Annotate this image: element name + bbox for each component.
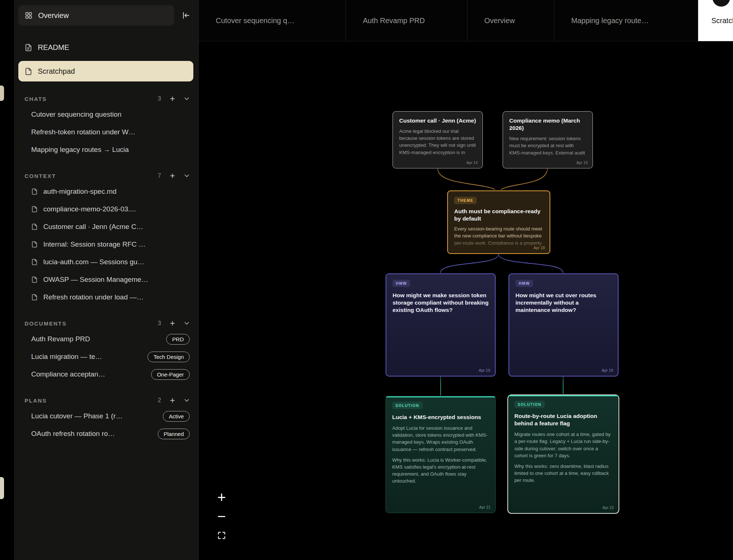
add-document-icon[interactable]: + xyxy=(170,319,175,328)
section-header-chats: CHATS 3 + xyxy=(18,92,193,106)
section-title: CONTEXT xyxy=(25,173,56,179)
tab-mapping-legacy-routes[interactable]: Mapping legacy route… xyxy=(554,0,698,41)
sidebar-item-overview[interactable]: Overview xyxy=(18,5,174,26)
sidebar: Overview README Scratchpad CHATS 3 + Cut xyxy=(14,0,199,560)
zoom-in-button[interactable]: + xyxy=(215,491,228,504)
grid-icon xyxy=(25,11,33,19)
add-context-icon[interactable]: + xyxy=(170,171,175,180)
chevron-down-icon[interactable] xyxy=(183,172,190,179)
context-card-customer-call[interactable]: Customer call · Jenn (Acme) Acme legal b… xyxy=(393,111,483,168)
tab-auth-revamp-prd[interactable]: Auth Revamp PRD xyxy=(346,0,467,41)
context-item[interactable]: compliance-memo-2026-03.... xyxy=(18,200,193,218)
document-icon xyxy=(25,44,32,51)
sidebar-item-scratchpad[interactable]: Scratchpad xyxy=(18,61,193,81)
context-item[interactable]: Refresh rotation under load —… xyxy=(18,288,193,306)
context-item[interactable]: OWASP — Session Manageme… xyxy=(18,271,193,288)
file-icon xyxy=(31,259,38,265)
accent-bar xyxy=(386,396,495,397)
collapse-sidebar-icon[interactable] xyxy=(182,11,190,20)
section-header-documents: DOCUMENTS 3 + xyxy=(18,316,193,330)
tab-cutover-sequencing[interactable]: Cutover sequencing q… xyxy=(199,0,346,41)
solution-card-lucia-kms[interactable]: SOLUTION Lucia + KMS-encrypted sessions … xyxy=(386,396,496,513)
file-icon xyxy=(25,68,32,75)
card-body: Adopt Lucia for session issuance and val… xyxy=(392,425,489,453)
document-type-badge: Tech Design xyxy=(147,352,190,362)
theme-badge: THEME xyxy=(454,197,477,204)
plan-item[interactable]: Lucia cutover — Phase 1 (r…Active xyxy=(18,407,193,425)
overview-label: Overview xyxy=(38,11,69,20)
section-header-plans: PLANS 2 + xyxy=(18,393,193,407)
card-date: Apr 15 xyxy=(576,160,588,165)
plan-status-badge: Planned xyxy=(158,429,190,439)
section-title: CHATS xyxy=(25,96,47,102)
card-body: Migrate routes one cohort at a time, gat… xyxy=(514,431,612,459)
sidebar-item-readme[interactable]: README xyxy=(18,38,193,57)
chat-item[interactable]: Cutover sequencing question xyxy=(18,106,193,123)
zoom-out-button[interactable]: − xyxy=(215,510,228,523)
chat-item[interactable]: Refresh-token rotation under W… xyxy=(18,123,193,141)
document-item[interactable]: Lucia migration — te…Tech Design xyxy=(18,348,193,366)
plan-status-badge: Active xyxy=(163,411,190,422)
tab-scratchpad-active[interactable]: Scratchpad xyxy=(698,0,733,41)
card-title: How might we cut over routes incremental… xyxy=(515,292,612,314)
canvas[interactable]: Customer call · Jenn (Acme) Acme legal b… xyxy=(199,41,733,560)
document-item[interactable]: Compliance acceptan…One-Pager xyxy=(18,366,193,383)
hmw-card-incremental-cutover[interactable]: HMW How might we cut over routes increme… xyxy=(508,273,619,377)
section-count: 2 xyxy=(158,397,161,404)
pinned-tab-handle-top[interactable] xyxy=(0,86,4,101)
hmw-badge: HMW xyxy=(393,280,410,287)
accent-bar xyxy=(508,395,619,396)
card-title: Lucia + KMS-encrypted sessions xyxy=(392,414,489,421)
card-title: Route-by-route Lucia adoption behind a f… xyxy=(514,412,612,427)
hmw-badge: HMW xyxy=(515,280,533,287)
chevron-down-icon[interactable] xyxy=(183,95,190,102)
context-item[interactable]: auth-migration-spec.md xyxy=(18,183,193,200)
readme-label: README xyxy=(38,43,69,52)
card-body: Why this works: Lucia is Worker-compatib… xyxy=(392,457,489,485)
section-count: 3 xyxy=(158,320,161,327)
plan-item[interactable]: OAuth refresh rotation ro…Planned xyxy=(18,425,193,443)
document-type-badge: PRD xyxy=(166,334,190,345)
file-icon xyxy=(31,241,38,248)
context-card-compliance-memo[interactable]: Compliance memo (March 2026) New require… xyxy=(503,111,593,168)
avatar[interactable] xyxy=(712,0,730,7)
fit-view-icon[interactable] xyxy=(215,529,228,542)
add-chat-icon[interactable]: + xyxy=(170,94,175,103)
card-date: Apr 19 xyxy=(479,368,490,372)
hmw-card-session-storage[interactable]: HMW How might we make session token stor… xyxy=(386,273,496,377)
pinned-tab-handle-bottom[interactable] xyxy=(0,477,4,499)
sidebar-header: Overview xyxy=(18,5,193,26)
context-item[interactable]: Internal: Session storage RFC … xyxy=(18,236,193,253)
solution-badge: SOLUTION xyxy=(514,401,545,408)
card-date: Apr 18 xyxy=(533,246,545,250)
card-title: How might we make session token storage … xyxy=(393,292,489,314)
card-title: Customer call · Jenn (Acme) xyxy=(399,117,476,124)
section-count: 3 xyxy=(158,95,161,102)
card-body: Acme legal blocked our trial because ses… xyxy=(399,128,476,156)
card-date: Apr 19 xyxy=(602,368,613,372)
file-icon xyxy=(31,294,38,301)
chevron-down-icon[interactable] xyxy=(183,397,190,404)
file-icon xyxy=(31,188,38,195)
chat-item[interactable]: Mapping legacy routes → Lucia xyxy=(18,141,193,159)
document-item[interactable]: Auth Revamp PRDPRD xyxy=(18,330,193,348)
section-count: 7 xyxy=(158,172,161,179)
app-root: Overview README Scratchpad CHATS 3 + Cut xyxy=(0,0,733,560)
solution-badge: SOLUTION xyxy=(392,402,423,409)
solution-card-route-by-route[interactable]: SOLUTION Route-by-route Lucia adoption b… xyxy=(507,394,619,514)
tab-overview[interactable]: Overview xyxy=(467,0,554,41)
left-rail xyxy=(0,0,14,560)
theme-card[interactable]: THEME Auth must be compliance-ready by d… xyxy=(447,190,550,254)
tab-bar: Cutover sequencing q… Auth Revamp PRD Ov… xyxy=(199,0,733,41)
context-item[interactable]: lucia-auth.com — Sessions gu… xyxy=(18,253,193,271)
section-title: DOCUMENTS xyxy=(25,320,67,327)
context-item[interactable]: Customer call · Jenn (Acme C… xyxy=(18,218,193,236)
chevron-down-icon[interactable] xyxy=(183,320,190,327)
card-title: Compliance memo (March 2026) xyxy=(509,117,586,132)
file-icon xyxy=(31,223,38,230)
document-type-badge: One-Pager xyxy=(151,369,190,380)
file-icon xyxy=(31,276,38,283)
add-plan-icon[interactable]: + xyxy=(170,396,175,405)
card-body: Why this works: zero downtime, blast rad… xyxy=(514,463,612,484)
card-date: Apr 21 xyxy=(479,505,491,509)
